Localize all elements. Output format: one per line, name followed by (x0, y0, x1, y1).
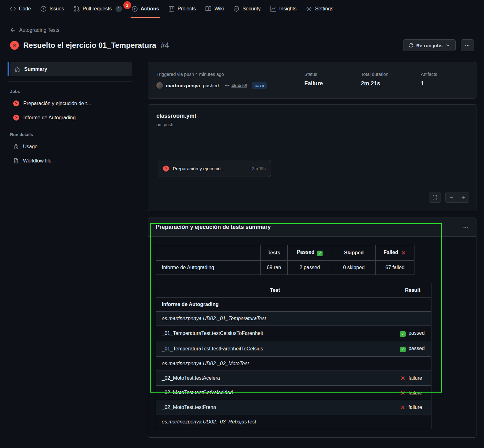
rerun-jobs-label: Re-run jobs (416, 43, 442, 48)
nav-item-label: Actions (141, 6, 159, 12)
nav-item-projects[interactable]: Projects (164, 0, 200, 18)
zoom-in-button[interactable] (457, 192, 469, 203)
result-row: _02_MotoTest.testFrena✕failure (156, 400, 431, 415)
notification-badge: 1 (123, 1, 131, 9)
run-header: Autograding Tests ✕ Resuelto el ejercici… (0, 18, 484, 62)
test-name: es.martinezpenya.UD02._01_TemperaturaTes… (156, 312, 394, 326)
counter-badge: 1 (115, 6, 122, 12)
results-header-row: Test Result (156, 283, 431, 298)
zoom-out-button[interactable] (445, 192, 457, 203)
jobs-section-header: Jobs (10, 89, 130, 94)
kebab-icon (463, 224, 469, 230)
sidebar-item-workflow-file[interactable]: Workflow file (10, 154, 132, 168)
graph-icon (270, 6, 276, 12)
stats-header-cell (156, 245, 261, 261)
duration-value[interactable]: 2m 21s (361, 80, 421, 87)
action-text: pushed (203, 83, 219, 88)
run-options-kebab-button[interactable] (461, 39, 474, 51)
zoom-controls (445, 192, 469, 203)
nav-item-label: Settings (315, 6, 333, 12)
job-label: Informe de Autograding (23, 115, 76, 121)
stats-cell: Informe de Autograding (156, 261, 261, 275)
github-actions-run-page: CodeIssuesPull requests1Actions1Projects… (0, 0, 484, 448)
test-result: ✕failure (394, 400, 431, 415)
test-name: es.martinezpenya.UD02._03_RebajasTest (156, 415, 394, 429)
main-content: Triggered via push 4 minutes ago martine… (148, 62, 476, 438)
summary-kebab-button[interactable] (463, 224, 469, 230)
workflow-file-name: classroom.yml (156, 113, 468, 119)
job-node-label: Preparación y ejecució... (173, 166, 224, 171)
nav-item-settings[interactable]: Settings (302, 0, 337, 18)
check-icon: ✓ (400, 347, 406, 352)
play-icon (132, 6, 138, 12)
test-result (394, 312, 431, 326)
fullscreen-button[interactable] (429, 192, 441, 203)
sidebar-divider (8, 81, 132, 82)
kebab-icon (465, 43, 470, 48)
stats-cell: 2 passed (287, 261, 332, 275)
test-name: _02_MotoTest.testAcelera (156, 371, 394, 386)
duration-label: Total duration (361, 72, 421, 77)
sidebar-item-summary[interactable]: Summary (10, 62, 132, 76)
check-icon: ✓ (400, 331, 406, 337)
nav-item-security[interactable]: Security (229, 0, 265, 18)
status-value: Failure (304, 80, 361, 87)
result-row: Informe de Autograding (156, 298, 431, 312)
nav-item-issues[interactable]: Issues (36, 0, 68, 18)
stats-header-cell: Skipped (332, 245, 375, 261)
nav-item-actions[interactable]: Actions1 (127, 0, 163, 18)
test-result: ✕failure (394, 385, 431, 400)
sidebar: Summary Jobs ✕Preparación y ejecución de… (8, 62, 132, 168)
sidebar-job-item[interactable]: ✕Preparación y ejecución de t... (10, 96, 132, 111)
artifacts-count[interactable]: 1 (421, 80, 468, 87)
breadcrumb[interactable]: Autograding Tests (10, 27, 59, 33)
actor-name[interactable]: martinezpenya (166, 83, 200, 88)
run-number: #4 (160, 41, 169, 50)
results-header-test: Test (156, 283, 394, 298)
rerun-jobs-button[interactable]: Re-run jobs (403, 39, 456, 51)
nav-item-insights[interactable]: Insights (266, 0, 301, 18)
status-label: Status (304, 72, 361, 77)
test-summary-card: Preparación y ejecución de tests summary… (148, 218, 476, 438)
shield-icon (233, 6, 239, 12)
status-stat: Status Failure (304, 72, 361, 89)
duration-stat: Total duration 2m 21s (361, 72, 421, 89)
cross-icon: ✕ (400, 405, 406, 411)
sidebar-item-usage[interactable]: Usage (10, 139, 132, 154)
artifacts-label: Artifacts (421, 72, 468, 77)
project-board-icon (168, 6, 175, 12)
chevron-down-icon (445, 43, 450, 48)
result-row: es.martinezpenya.UD02._01_TemperaturaTes… (156, 312, 431, 326)
gear-icon (306, 6, 312, 12)
nav-item-code[interactable]: Code (6, 0, 35, 18)
stats-header-cell: Tests (261, 245, 287, 261)
actor-row: martinezpenya pushed 4fd4c58 main (156, 82, 304, 89)
sync-icon (408, 43, 414, 48)
job-node[interactable]: ✕ Preparación y ejecució... 2m 15s (158, 160, 271, 177)
trigger-summary: Triggered via push 4 minutes ago martine… (156, 72, 304, 89)
stats-table: TestsPassed✓SkippedFailed✕ Informe de Au… (156, 245, 414, 275)
avatar[interactable] (156, 82, 163, 89)
branch-badge[interactable]: main (252, 82, 267, 89)
title-row: ✕ Resuelto el ejercicio 01_Temperatura #… (10, 39, 474, 51)
check-icon: ✓ (317, 251, 323, 256)
results-tbody: Informe de Autogradinges.martinezpenya.U… (156, 298, 431, 429)
result-row: _02_MotoTest.testGetVelocidad✕failure (156, 385, 431, 400)
test-result (394, 415, 431, 429)
workflow-file-label: Workflow file (23, 158, 51, 164)
book-icon (205, 6, 211, 12)
stats-header-cell: Failed✕ (376, 245, 414, 261)
nav-item-wiki[interactable]: Wiki (201, 0, 228, 18)
nav-item-label: Issues (49, 6, 64, 12)
commit-link[interactable]: 4fd4c58 (225, 83, 247, 88)
git-pull-request-icon (74, 6, 80, 12)
results-table: Test Result Informe de Autogradinges.mar… (156, 283, 431, 429)
stats-data-row: Informe de Autograding69 ran2 passed0 sk… (156, 261, 414, 275)
commit-sha: 4fd4c58 (231, 83, 247, 88)
nav-item-pull-requests[interactable]: Pull requests1 (70, 0, 126, 18)
test-name: _01_TemperaturaTest.testCelsiusToFarenhe… (156, 326, 394, 341)
sidebar-job-item[interactable]: ✕Informe de Autograding (10, 111, 132, 125)
job-label: Preparación y ejecución de t... (23, 101, 91, 106)
result-label: failure (408, 390, 422, 395)
nav-item-label: Projects (177, 6, 196, 12)
